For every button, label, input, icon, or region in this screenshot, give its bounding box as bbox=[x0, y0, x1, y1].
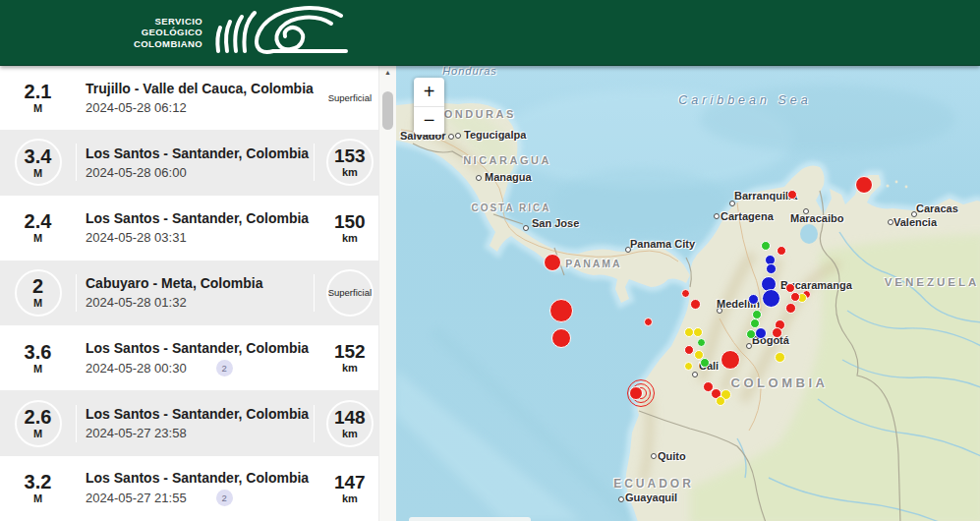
country-label: PANAMA bbox=[565, 258, 621, 269]
earthquake-marker-blue[interactable] bbox=[766, 263, 777, 274]
zoom-in-button[interactable]: + bbox=[414, 78, 444, 106]
earthquake-marker-red[interactable] bbox=[681, 289, 690, 298]
earthquake-marker-red[interactable] bbox=[777, 246, 786, 256]
depth-value: 153 bbox=[334, 146, 366, 165]
depth-value: 152 bbox=[334, 342, 366, 361]
depth-value: 150 bbox=[334, 212, 366, 231]
city-marker bbox=[448, 134, 454, 140]
depth-ring: 148 km bbox=[326, 400, 374, 447]
earthquake-viewer-app: SERVICIO GEOLÓGICO COLOMBIANO bbox=[0, 0, 980, 521]
earthquake-marker-blue[interactable] bbox=[748, 294, 759, 305]
earthquake-marker-yellow[interactable] bbox=[693, 327, 703, 337]
magnitude-value: 2.1 bbox=[25, 82, 52, 101]
logo-line-3: COLOMBIANO bbox=[96, 38, 202, 49]
magnitude-unit: M bbox=[33, 364, 42, 375]
city-marker bbox=[523, 225, 529, 231]
depth-cell: 153 km bbox=[315, 139, 385, 186]
earthquake-marker-red[interactable] bbox=[787, 190, 797, 200]
city-marker bbox=[692, 372, 698, 377]
depth-value: 148 bbox=[334, 408, 366, 427]
sgc-logo-text: SERVICIO GEOLÓGICO COLOMBIANO bbox=[96, 16, 202, 49]
earthquake-marker-red[interactable] bbox=[551, 328, 571, 348]
map-attribution bbox=[409, 517, 531, 521]
country-label: HONDURAS bbox=[433, 108, 516, 120]
magnitude-cell: 3.6 M bbox=[0, 334, 76, 381]
logo-line-1: SERVICIO bbox=[96, 16, 202, 27]
event-info: Los Santos - Santander, Colombia 2024-05… bbox=[77, 145, 314, 180]
earthquake-marker-green[interactable] bbox=[761, 241, 771, 251]
earthquake-marker-green[interactable] bbox=[700, 358, 710, 368]
earthquake-list-item[interactable]: 2.4 M Los Santos - Santander, Colombia 2… bbox=[0, 196, 385, 260]
sgc-logo[interactable]: SERVICIO GEOLÓGICO COLOMBIANO bbox=[96, 6, 356, 59]
magnitude-ring: 3.4 M bbox=[15, 139, 62, 186]
sea-label: Honduras bbox=[442, 65, 497, 77]
earthquake-marker-red[interactable] bbox=[855, 176, 873, 194]
city-marker bbox=[476, 175, 482, 181]
country-label: NICARAGUA bbox=[463, 154, 551, 166]
earthquake-list-item[interactable]: 3.2 M Los Santos - Santander, Colombia 2… bbox=[0, 456, 385, 521]
earthquake-marker-red[interactable] bbox=[785, 303, 796, 314]
earthquake-marker-red[interactable] bbox=[772, 327, 782, 338]
magnitude-cell: 2.1 M bbox=[0, 74, 76, 121]
earthquake-marker-red[interactable] bbox=[549, 299, 573, 322]
earthquake-marker-yellow[interactable] bbox=[716, 396, 725, 406]
event-info: Los Santos - Santander, Colombia 2024-05… bbox=[77, 406, 314, 440]
list-scrollbar[interactable]: ▲ bbox=[378, 65, 396, 521]
magnitude-unit: M bbox=[33, 429, 42, 439]
magnitude-value: 2.4 bbox=[25, 211, 52, 231]
magnitude-value: 2.6 bbox=[25, 407, 52, 427]
event-datetime: 2024-05-28 03:31 bbox=[86, 230, 187, 245]
magnitude-ring: 2.1 M bbox=[15, 74, 62, 121]
event-meta: 2024-05-28 06:00 bbox=[86, 165, 314, 180]
event-meta: 2024-05-28 01:32 bbox=[86, 295, 314, 310]
depth-ring: 147 km bbox=[326, 465, 374, 512]
earthquake-list-item[interactable]: 2 M Cabuyaro - Meta, Colombia 2024-05-28… bbox=[0, 260, 385, 325]
event-info: Trujillo - Valle del Cauca, Colombia 202… bbox=[77, 81, 314, 115]
city-label: Caracas bbox=[916, 203, 958, 214]
city-marker bbox=[618, 496, 624, 502]
earthquake-marker-green[interactable] bbox=[697, 338, 706, 347]
earthquake-list-item[interactable]: 2.1 M Trujillo - Valle del Cauca, Colomb… bbox=[0, 65, 385, 130]
depth-unit: km bbox=[342, 493, 358, 504]
depth-unit: km bbox=[342, 363, 358, 374]
city-label: Quito bbox=[658, 450, 686, 462]
scrollbar-thumb[interactable] bbox=[382, 91, 393, 130]
depth-value: 147 bbox=[334, 473, 366, 492]
magnitude-value: 3.2 bbox=[25, 472, 52, 492]
earthquake-map[interactable]: Caribbean SeaHondurasHONDURASNICARAGUACO… bbox=[395, 65, 980, 521]
magnitude-unit: M bbox=[33, 493, 42, 504]
event-datetime: 2024-05-28 00:30 bbox=[86, 361, 187, 376]
event-location: Los Santos - Santander, Colombia bbox=[86, 210, 314, 226]
magnitude-cell: 2.4 M bbox=[0, 204, 76, 252]
earthquake-list-item[interactable]: 2.6 M Los Santos - Santander, Colombia 2… bbox=[0, 390, 385, 455]
sea-label: Caribbean Sea bbox=[678, 93, 811, 107]
earthquake-list-item[interactable]: 3.4 M Los Santos - Santander, Colombia 2… bbox=[0, 130, 385, 195]
magnitude-cell: 3.4 M bbox=[0, 139, 76, 186]
earthquake-marker-red[interactable] bbox=[644, 318, 653, 326]
earthquake-marker-red[interactable] bbox=[684, 345, 694, 355]
earthquake-marker-blue[interactable] bbox=[755, 327, 767, 339]
logo-line-2: GEOLÓGICO bbox=[96, 27, 202, 37]
latest-earthquake-marker[interactable] bbox=[629, 386, 643, 400]
earthquake-marker-blue[interactable] bbox=[762, 289, 780, 308]
scroll-up-arrow-icon[interactable]: ▲ bbox=[379, 65, 396, 80]
earthquake-marker-red[interactable] bbox=[790, 292, 800, 302]
event-location: Trujillo - Valle del Cauca, Colombia bbox=[86, 81, 314, 96]
earthquake-marker-yellow[interactable] bbox=[684, 362, 693, 371]
earthquake-list-item[interactable]: 3.6 M Los Santos - Santander, Colombia 2… bbox=[0, 325, 385, 390]
event-info: Los Santos - Santander, Colombia 2024-05… bbox=[77, 340, 314, 376]
event-info: Los Santos - Santander, Colombia 2024-05… bbox=[77, 470, 314, 506]
city-label: Cartagena bbox=[721, 210, 774, 222]
earthquake-marker-red[interactable] bbox=[721, 350, 740, 370]
city-marker bbox=[714, 213, 720, 219]
country-label: ECUADOR bbox=[613, 477, 694, 491]
earthquake-marker-red[interactable] bbox=[544, 254, 561, 271]
magnitude-ring: 3.2 M bbox=[15, 465, 62, 512]
map-zoom-control: + − bbox=[414, 78, 444, 135]
zoom-out-button[interactable]: − bbox=[414, 107, 444, 136]
earthquake-marker-red[interactable] bbox=[690, 299, 701, 310]
event-meta: 2024-05-27 21:55 2 bbox=[86, 490, 314, 506]
depth-ring: 153 km bbox=[326, 139, 374, 186]
earthquake-marker-yellow[interactable] bbox=[775, 352, 785, 363]
city-label: Maracaibo bbox=[790, 212, 843, 224]
